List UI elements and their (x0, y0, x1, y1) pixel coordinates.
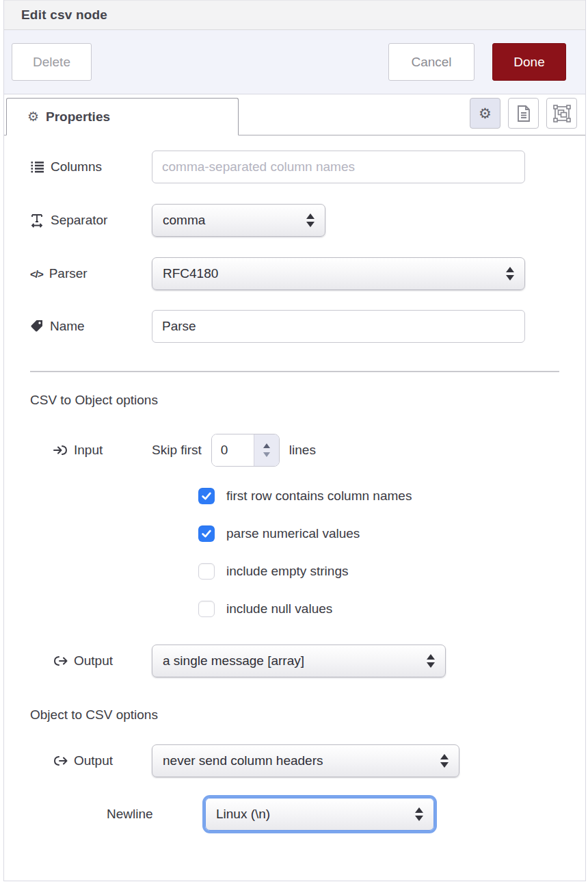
document-icon (516, 105, 532, 122)
tab-properties[interactable]: ⚙ Properties (6, 98, 239, 135)
sign-out-icon (53, 754, 68, 768)
checkbox-row: include null values (198, 601, 559, 617)
object-output-select-value: never send column headers (163, 753, 433, 768)
tab-bar: ⚙ Properties ⚙ (4, 94, 585, 135)
name-label-text: Name (50, 319, 85, 334)
cancel-button[interactable]: Cancel (388, 43, 475, 81)
parser-select[interactable]: RFC4180 (152, 257, 525, 290)
include-null-values-checkbox[interactable] (198, 601, 215, 617)
stepper-down-icon (263, 452, 270, 457)
output-label-text: Output (74, 753, 113, 768)
input-label-text: Input (74, 443, 103, 458)
input-label: Input (53, 443, 152, 458)
first-row-checkbox[interactable] (198, 488, 215, 504)
lines-text: lines (289, 443, 316, 458)
object-group-icon (553, 105, 571, 122)
check-icon (200, 490, 213, 502)
separator-label: Separator (30, 213, 152, 228)
checkbox-label: include null values (226, 601, 332, 616)
tag-icon (30, 320, 44, 333)
output-label: Output (53, 753, 152, 768)
newline-select[interactable]: Linux (\n) (205, 798, 434, 831)
columns-row: Columns (30, 151, 559, 183)
name-input[interactable] (152, 310, 525, 343)
object-output-select[interactable]: never send column headers (152, 744, 459, 777)
separator-label-text: Separator (51, 213, 107, 228)
newline-label-text: Newline (107, 807, 153, 822)
csv-output-select-value: a single message [array] (163, 653, 420, 668)
skip-first-input[interactable] (212, 434, 254, 466)
gear-icon: ⚙ (479, 105, 492, 122)
csv-to-object-heading: CSV to Object options (30, 393, 559, 408)
checkbox-row: parse numerical values (198, 525, 559, 542)
parser-select-value: RFC4180 (163, 266, 499, 281)
done-button[interactable]: Done (492, 43, 566, 81)
select-arrows-icon (306, 213, 315, 227)
tab-properties-label: Properties (46, 109, 110, 125)
checkbox-row: include empty strings (198, 563, 559, 580)
gear-icon: ⚙ (27, 109, 39, 125)
parse-numerical-checkbox[interactable] (198, 525, 215, 542)
dialog-title: Edit csv node (21, 8, 107, 23)
delete-button[interactable]: Delete (12, 43, 92, 81)
object-to-csv-heading: Object to CSV options (30, 707, 559, 723)
parser-label: </> Parser (30, 266, 152, 281)
edit-properties-button[interactable]: ⚙ (470, 98, 500, 129)
code-icon: </> (30, 268, 43, 280)
input-row: Input Skip first lines (53, 434, 559, 467)
spinner-stepper[interactable] (254, 434, 279, 466)
properties-panel: Columns Separator comma (4, 135, 585, 831)
edit-csv-node-dialog: Edit csv node Delete Cancel Done ⚙ Prope… (3, 0, 586, 881)
select-arrows-icon (440, 754, 449, 768)
separator-row: Separator comma (30, 204, 559, 237)
select-arrows-icon (415, 807, 423, 821)
text-width-icon (30, 213, 44, 228)
checkbox-label: include empty strings (226, 564, 348, 579)
sign-out-icon (53, 654, 68, 668)
dialog-toolbar: Delete Cancel Done (4, 30, 585, 94)
newline-select-value: Linux (\n) (216, 807, 408, 822)
checkbox-label: first row contains column names (226, 489, 412, 504)
node-appearance-button[interactable] (546, 98, 577, 129)
object-output-row: Output never send column headers (53, 744, 559, 777)
name-label: Name (30, 319, 152, 334)
name-row: Name (30, 310, 559, 343)
checkbox-row: first row contains column names (198, 488, 559, 504)
separator-select-value: comma (163, 213, 299, 228)
parser-row: </> Parser RFC4180 (30, 257, 559, 290)
skip-first-text: Skip first (152, 443, 202, 458)
output-label: Output (53, 653, 152, 668)
stepper-up-icon (263, 443, 270, 448)
csv-output-select[interactable]: a single message [array] (152, 645, 446, 677)
sign-in-icon (53, 443, 68, 457)
edit-description-button[interactable] (508, 98, 539, 129)
csv-output-row: Output a single message [array] (53, 645, 559, 677)
columns-input[interactable] (152, 151, 525, 183)
section-divider (30, 371, 559, 372)
parser-label-text: Parser (49, 266, 88, 281)
node-red-edit-tray: Edit csv node Delete Cancel Done ⚙ Prope… (0, 0, 588, 884)
dialog-header: Edit csv node (4, 0, 585, 30)
include-empty-strings-checkbox[interactable] (198, 563, 215, 580)
newline-label: Newline (107, 807, 205, 822)
check-icon (200, 528, 213, 540)
tab-action-buttons: ⚙ (470, 98, 577, 129)
list-icon (30, 160, 44, 174)
select-arrows-icon (506, 267, 514, 281)
skip-first-spinner (211, 434, 280, 467)
output-label-text: Output (74, 653, 113, 668)
columns-label: Columns (30, 159, 152, 174)
columns-label-text: Columns (51, 159, 102, 174)
separator-select[interactable]: comma (152, 204, 325, 237)
newline-row: Newline Linux (\n) (53, 798, 559, 831)
select-arrows-icon (427, 654, 435, 668)
checkbox-label: parse numerical values (226, 526, 360, 541)
